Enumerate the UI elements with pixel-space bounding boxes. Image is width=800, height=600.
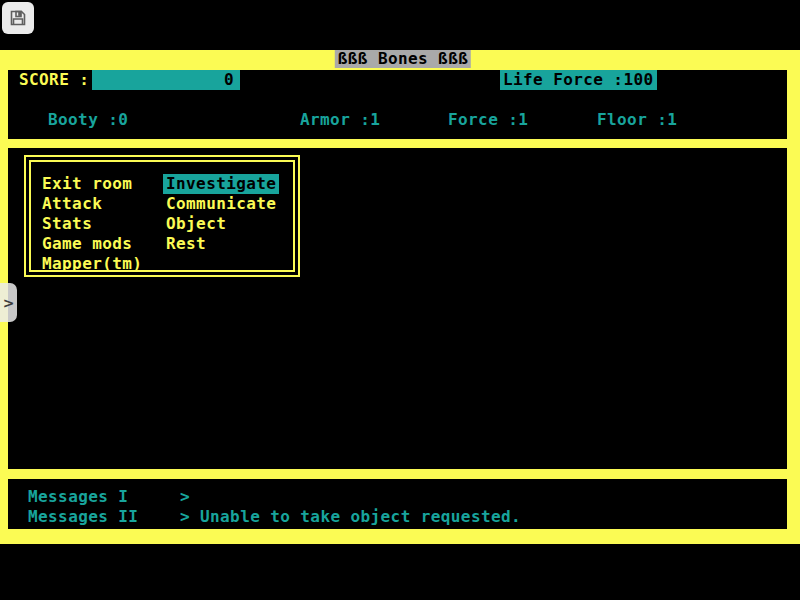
menu-item-communicate[interactable]: Communicate — [166, 194, 279, 214]
floppy-save-icon — [8, 8, 28, 28]
menu-item-exit-room[interactable]: Exit room — [42, 174, 142, 194]
menu-item-stats[interactable]: Stats — [42, 214, 142, 234]
action-menu-left-column: Exit room Attack Stats Game mods Mapper(… — [42, 174, 142, 274]
menu-item-attack[interactable]: Attack — [42, 194, 142, 214]
action-menu-border: Exit room Attack Stats Game mods Mapper(… — [29, 160, 295, 272]
menu-item-rest[interactable]: Rest — [166, 234, 279, 254]
game-title: ßßß Bones ßßß — [335, 50, 471, 68]
menu-item-mapper[interactable]: Mapper(tm) — [42, 254, 142, 274]
messages-1-label: Messages I — [28, 487, 128, 507]
stat-booty: Booty :0 — [48, 110, 128, 130]
score-label: SCORE : — [19, 70, 89, 90]
stat-force: Force :1 — [448, 110, 528, 130]
messages-2-text: Unable to take object requested. — [200, 507, 521, 527]
menu-item-object[interactable]: Object — [166, 214, 279, 234]
save-button[interactable] — [2, 2, 34, 34]
menu-item-game-mods[interactable]: Game mods — [42, 234, 142, 254]
messages-1-prompt: > — [180, 487, 190, 507]
score-value: 0 — [224, 70, 234, 89]
game-viewport: Exit room Attack Stats Game mods Mapper(… — [8, 148, 787, 469]
game-screen: ßßß Bones ßßß SCORE : 0 Life Force :100 … — [0, 50, 800, 544]
stat-floor: Floor :1 — [597, 110, 677, 130]
messages-2-prompt: > — [180, 507, 190, 527]
action-menu-right-column: Investigate Communicate Object Rest — [166, 174, 279, 254]
score-bar: 0 — [92, 70, 240, 90]
hud-panel: SCORE : 0 Life Force :100 Booty :0 Armor… — [8, 70, 787, 139]
action-menu: Exit room Attack Stats Game mods Mapper(… — [24, 155, 300, 277]
stat-armor: Armor :1 — [300, 110, 380, 130]
menu-item-investigate[interactable]: Investigate — [163, 174, 279, 194]
app-root: { "window": { "save_button": {"icon": "f… — [0, 0, 800, 600]
messages-2-label: Messages II — [28, 507, 138, 527]
sidebar-expand-handle[interactable]: > — [0, 283, 17, 322]
life-force-badge: Life Force :100 — [500, 70, 657, 90]
chevron-right-icon: > — [3, 295, 15, 311]
messages-panel: Messages I > Messages II > Unable to tak… — [8, 479, 787, 529]
